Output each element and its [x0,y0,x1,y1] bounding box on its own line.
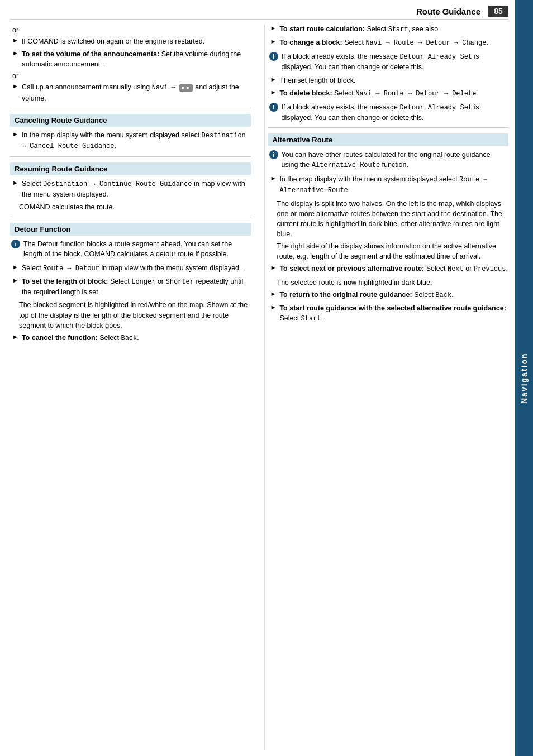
bullet-item-detour-length: ► To set the length of block: Select Lon… [10,276,251,298]
resume-sub: COMAND calculates the route. [19,202,251,212]
bullet-arrow-icon: ► [12,37,18,44]
bullet-arrow-icon: ► [12,277,18,284]
page-number: 85 [488,6,508,17]
bullet-item: ► If COMAND is switched on again or the … [10,36,251,46]
bullet-item-alt-select: ► In the map display with the menu syste… [268,174,509,196]
section-heading-resuming: Resuming Route Guidance [10,162,251,175]
bullet-item-detour-select: ► Select Route → Detour in map view with… [10,263,251,274]
right-column: ► To start route calculation: Select Sta… [264,24,509,750]
bullet-item-cancel: ► In the map display with the menu syste… [10,130,251,152]
info-item-detour: i The Detour function blocks a route seg… [10,239,251,259]
bullet-item-resume: ► Select Destination → Continue Route Gu… [10,179,251,200]
navigation-sidebar-label: Navigation [515,0,533,756]
bullet-item-alt-next-prev: ► To select next or previous alternative… [268,264,509,274]
bullet-text-alt-next-prev: To select next or previous alternative r… [279,264,508,274]
bullet-arrow-icon: ► [270,38,277,45]
info-circle-icon: i [269,150,278,159]
alt-next-prev-sub: The selected route is now highlighted in… [277,277,509,288]
bullet-arrow-icon: ► [270,290,277,297]
section-heading-detour: Detour Function [10,223,251,236]
main-content: Route Guidance 85 or ► If COMAND is swit… [0,0,515,756]
divider-right-1 [268,127,509,128]
bullet-text-1: If COMAND is switched on again or the en… [22,36,204,46]
bullet-text-start-calc: To start route calculation: Select Start… [279,24,442,35]
page-header: Route Guidance 85 [10,6,508,20]
page-container: Route Guidance 85 or ► If COMAND is swit… [0,0,533,756]
bullet-text-volume: To set the volume of the announcements: … [22,49,251,69]
or-text-1: or [12,26,251,34]
bullet-text-detour-select: Select Route → Detour in map view with t… [22,263,243,274]
bullet-item-alt-start: ► To start route guidance with the selec… [268,303,509,324]
info-item-alt-route: i You can have other routes calculated f… [268,150,509,171]
bullet-arrow-icon: ► [270,304,277,310]
info-text-detour: The Detour function blocks a route segme… [23,239,251,259]
nav-symbol-icon: ►► [179,84,193,92]
header-title: Route Guidance [416,7,480,16]
info-circle-icon: i [269,52,278,61]
bullet-item-detour-cancel: ► To cancel the function: Select Back. [10,333,251,343]
bullet-item-delete-block: ► To delete block: Select Navi → Route →… [268,88,509,99]
bullet-arrow-icon: ► [12,131,18,137]
bullet-text-set-length: Then set length of block. [279,75,355,85]
bullet-item-change-block: ► To change a block: Select Navi → Route… [268,37,509,48]
info-text-block-exists-2: If a block already exists, the message D… [282,102,509,123]
bullet-arrow-icon: ► [270,264,277,271]
bullet-text-detour-cancel: To cancel the function: Select Back. [22,333,139,343]
alt-select-sub2: The right side of the display shows info… [277,241,509,261]
bullet-text-detour-length: To set the length of block: Select Longe… [22,276,251,298]
or-text-2: or [12,72,251,80]
info-text-block-exists-1: If a block already exists, the message D… [282,51,509,73]
two-col-layout: or ► If COMAND is switched on again or t… [10,24,508,750]
divider-1 [10,108,251,108]
bullet-arrow-icon: ► [270,175,277,181]
info-item-block-exists-2: i If a block already exists, the message… [268,102,509,123]
bullet-arrow-icon: ► [270,25,277,31]
left-column: or ► If COMAND is switched on again or t… [10,24,254,750]
bullet-text-alt-return: To return to the original route guidance… [279,290,453,300]
info-circle-icon: i [269,103,278,112]
bullet-text-resume: Select Destination → Continue Route Guid… [22,179,251,200]
bullet-arrow-icon: ► [12,83,18,89]
info-circle-icon: i [11,240,20,248]
alt-select-sub1: The display is split into two halves. On… [277,199,509,240]
bullet-item-volume: ► To set the volume of the announcements… [10,49,251,69]
bullet-arrow-icon: ► [270,76,277,83]
bullet-text-alt-select: In the map display with the menu system … [279,174,508,196]
bold-label: To set the volume of the announcements: [22,50,159,58]
bullet-text-announce: Call up an announcement manually using N… [22,82,251,103]
bullet-item-announce: ► Call up an announcement manually using… [10,82,251,103]
detour-length-sub: The blocked segment is highlighted in re… [19,300,251,330]
bullet-arrow-icon: ► [270,89,277,95]
bullet-item-alt-return: ► To return to the original route guidan… [268,290,509,300]
bullet-item-start-calc: ► To start route calculation: Select Sta… [268,24,509,35]
bullet-arrow-icon: ► [12,264,18,270]
info-item-block-exists-1: i If a block already exists, the message… [268,51,509,73]
bullet-text-cancel: In the map display with the menu system … [22,130,251,152]
bullet-text-alt-start: To start route guidance with the selecte… [279,303,508,324]
section-heading-canceling: Canceling Route Guidance [10,114,251,127]
bullet-arrow-icon: ► [12,50,18,56]
divider-3 [10,217,251,217]
bullet-text-change-block: To change a block: Select Navi → Route →… [279,37,488,48]
divider-2 [10,156,251,157]
bullet-item-set-length: ► Then set length of block. [268,75,509,85]
bullet-text-delete-block: To delete block: Select Navi → Route → D… [279,88,478,99]
section-heading-alt-route: Alternative Route [268,133,509,146]
bullet-arrow-icon: ► [12,179,18,186]
bullet-arrow-icon: ► [12,333,18,340]
info-text-alt-route: You can have other routes calculated for… [282,150,509,171]
